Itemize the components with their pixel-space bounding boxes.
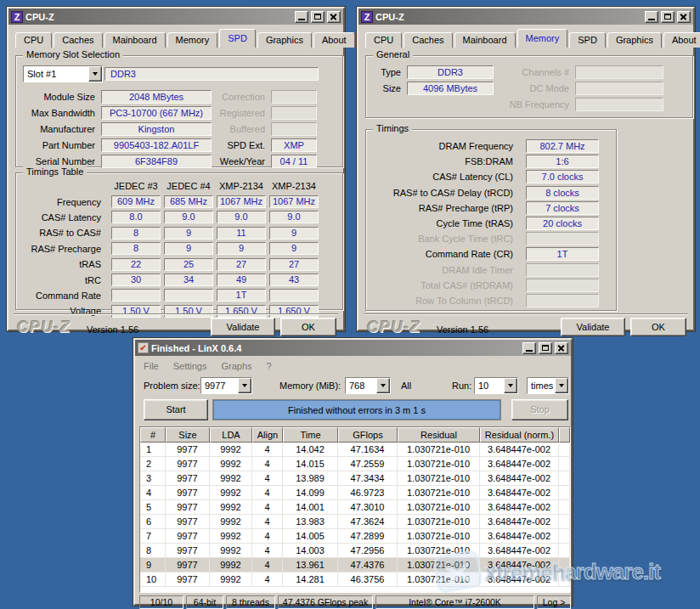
cpuz-spd-titlebar[interactable]: Z CPU-Z [8, 8, 343, 25]
timings-table-group: Timings Table JEDEC #3JEDEC #4XMP-2134XM… [15, 172, 343, 310]
tab-cpu[interactable]: CPU [15, 32, 52, 48]
table-row[interactable]: 699779992413.98347.36241.030721e-0103.64… [140, 515, 570, 529]
tab-memory[interactable]: Memory [517, 29, 568, 48]
stop-button[interactable]: Stop [511, 399, 568, 420]
table-cell: 9977 [166, 500, 210, 515]
tab-graphics[interactable]: Graphics [607, 32, 662, 48]
tab-caches[interactable]: Caches [404, 32, 452, 48]
dc-mode-value [575, 82, 663, 95]
general-group: General TypeDDR3Size4096 MBytes Channels… [365, 55, 693, 118]
minimize-button[interactable] [522, 342, 536, 354]
table-row[interactable]: 399779992413.98947.34341.030721e-0103.64… [140, 471, 570, 486]
minimize-button[interactable] [295, 11, 308, 23]
chevron-down-icon[interactable] [504, 378, 517, 393]
spd-ext-label: SPD Ext. [218, 140, 271, 150]
slot-select-combo[interactable]: Slot #1 [23, 65, 103, 82]
table-row[interactable]: 899779992414.00347.29561.030721e-0103.64… [140, 544, 570, 558]
chevron-down-icon[interactable] [88, 66, 102, 82]
tab-spd[interactable]: SPD [569, 32, 606, 48]
linx-menubar: FileSettingsGraphs? [144, 358, 286, 374]
start-button[interactable]: Start [144, 399, 208, 420]
table-row[interactable]: 199779992414.04247.16341.030721e-0103.64… [140, 443, 570, 457]
table-row[interactable]: 999779992413.96147.43761.030721e-0103.64… [140, 558, 570, 572]
table-cell: 4 [252, 443, 283, 457]
table-cell: 9992 [210, 471, 252, 486]
chevron-down-icon[interactable] [376, 378, 390, 393]
command-rate-cell [269, 289, 319, 302]
run-combo[interactable]: 10 [474, 377, 518, 394]
menu-[interactable]: ? [267, 361, 272, 371]
status-cell-8-threads: 8 threads [226, 595, 275, 609]
minimize-button[interactable] [645, 11, 658, 23]
ras-precharge-cell: 9 [217, 242, 266, 255]
tab-about[interactable]: About [313, 32, 355, 48]
status-cell-log[interactable]: Log > [537, 595, 571, 609]
cas-latency-cl-value: 7.0 clocks [526, 170, 599, 183]
timings-column-xmp-2134: XMP-2134 [268, 181, 320, 191]
frequency-cell: 1067 MHz [269, 195, 319, 208]
memory-combo[interactable]: 768 [345, 377, 391, 394]
tab-memory[interactable]: Memory [167, 32, 218, 48]
table-cell: 3.648447e-002 [480, 486, 559, 500]
tab-mainboard[interactable]: Mainboard [104, 32, 166, 48]
menu-graphs[interactable]: Graphs [221, 361, 251, 371]
table-row[interactable]: 299779992414.01547.25591.030721e-0103.64… [140, 457, 570, 471]
version-label: Version 1.56 [437, 324, 488, 335]
ok-button[interactable]: OK [630, 318, 686, 336]
table-row[interactable]: 499779992414.09946.97231.030721e-0103.64… [140, 486, 570, 500]
validate-button[interactable]: Validate [211, 318, 275, 336]
field-row: Bank Cycle Time (tRC) [370, 231, 599, 246]
close-button[interactable] [327, 11, 341, 23]
menu-file[interactable]: File [144, 361, 159, 371]
column-header-residual[interactable]: Residual [398, 427, 480, 443]
times-combo[interactable]: times [527, 377, 569, 394]
tab-about[interactable]: About [663, 32, 700, 48]
maximize-button[interactable] [661, 11, 675, 23]
field-row: RAS# Precharge (tRP)7 clocks [370, 200, 599, 216]
buffered-value [271, 122, 317, 136]
column-header-[interactable]: # [140, 427, 166, 443]
maximize-button[interactable] [311, 11, 325, 23]
correction-value [271, 90, 317, 104]
maximize-button[interactable] [539, 342, 552, 354]
table-row[interactable]: 599779992414.00147.30101.030721e-0103.64… [140, 500, 570, 515]
table-cell: 46.9723 [338, 486, 398, 500]
column-header-size[interactable]: Size [166, 427, 210, 443]
ras-to-cas-cell: 11 [217, 227, 266, 240]
tab-graphics[interactable]: Graphics [257, 32, 312, 48]
chevron-down-icon[interactable] [555, 378, 568, 393]
table-cell: 47.1634 [338, 443, 398, 457]
tab-mainboard[interactable]: Mainboard [454, 32, 516, 48]
table-row[interactable]: 799779992414.00547.28991.030721e-0103.64… [140, 529, 570, 544]
chevron-down-icon[interactable] [238, 378, 251, 393]
ok-button[interactable]: OK [280, 318, 336, 336]
field-row: RAS# to CAS# Delay (tRCD)8 clocks [370, 185, 599, 200]
command-rate-cr-value: 1T [526, 247, 599, 261]
tab-spd[interactable]: SPD [219, 29, 256, 48]
tab-caches[interactable]: Caches [54, 32, 102, 48]
table-cell: 1.030721e-010 [398, 572, 480, 587]
validate-button[interactable]: Validate [561, 318, 625, 336]
column-header-gflops[interactable]: GFlops [338, 427, 398, 443]
table-cell: 9977 [166, 572, 210, 587]
spd-ext-value: XMP [271, 138, 317, 152]
linx-titlebar[interactable]: ✔ Finished - LinX 0.6.4 [135, 340, 571, 356]
column-header-lda[interactable]: LDA [210, 427, 252, 443]
tab-cpu[interactable]: CPU [365, 32, 402, 48]
field-row: Cycle Time (tRAS)20 clocks [370, 216, 599, 231]
field-row: Total CAS# (tRDRAM) [370, 278, 599, 293]
spd-left-fields: Module Size2048 MBytesMax BandwidthPC3-1… [20, 88, 212, 169]
problem-size-combo[interactable]: 9977 [200, 377, 252, 394]
column-header-align[interactable]: Align [252, 427, 283, 443]
cpuz-memory-titlebar[interactable]: Z CPU-Z [358, 8, 693, 25]
table-cell: 4 [252, 544, 283, 558]
close-button[interactable] [677, 11, 691, 23]
close-button[interactable] [555, 342, 568, 354]
menu-settings[interactable]: Settings [173, 361, 207, 371]
ras-to-cas-cell: 8 [111, 227, 161, 240]
column-header-time[interactable]: Time [283, 427, 338, 443]
column-header-residual-norm[interactable]: Residual (norm.) [480, 427, 559, 443]
column-header-spacer[interactable] [559, 427, 570, 443]
table-row[interactable]: 1099779992414.28146.37561.030721e-0103.6… [140, 572, 570, 587]
table-cell [559, 457, 570, 471]
